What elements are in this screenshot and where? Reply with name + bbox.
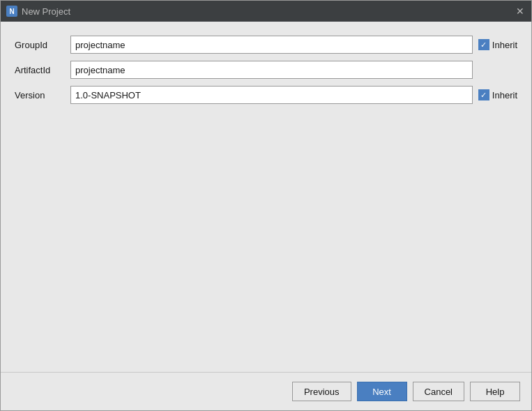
version-label: Version [15,90,70,100]
dialog-title: New Project [22,6,70,17]
version-input[interactable] [70,86,473,104]
group-id-inherit-checkbox[interactable] [478,39,489,50]
previous-button[interactable]: Previous [292,382,351,401]
version-inherit-label: Inherit [492,90,517,100]
group-id-input[interactable] [70,36,473,54]
title-bar-left: N New Project [6,6,70,17]
next-button[interactable]: Next [357,382,407,401]
dialog-body: GroupId Inherit ArtifactId Inherit Versi… [1,22,531,372]
dialog-icon: N [6,6,17,17]
version-inherit-container: Inherit [478,89,517,100]
help-button[interactable]: Help [470,382,520,401]
group-id-inherit-container: Inherit [478,39,517,50]
title-bar: N New Project ✕ [1,1,531,22]
group-id-row: GroupId Inherit [15,36,517,54]
group-id-label: GroupId [15,40,70,50]
artifact-id-input[interactable] [70,61,473,79]
version-inherit-checkbox[interactable] [478,89,489,100]
group-id-inherit-label: Inherit [492,40,517,50]
version-row: Version Inherit [15,86,517,104]
close-button[interactable]: ✕ [515,6,526,17]
artifact-id-label: ArtifactId [15,65,70,75]
new-project-dialog: N New Project ✕ GroupId Inherit Artifact… [0,0,532,411]
cancel-button[interactable]: Cancel [413,382,464,401]
dialog-footer: Previous Next Cancel Help [1,372,531,410]
artifact-id-row: ArtifactId Inherit [15,61,517,79]
